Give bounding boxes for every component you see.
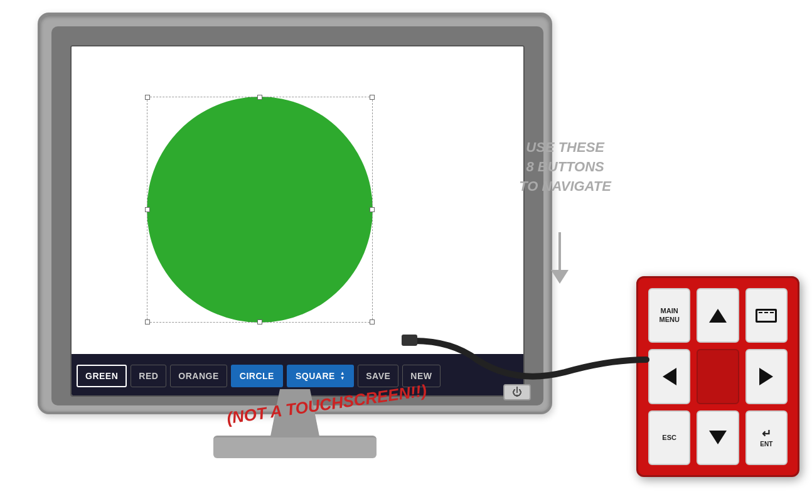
btn-up[interactable] bbox=[697, 288, 739, 343]
down-arrow-icon bbox=[709, 431, 727, 444]
instruction-arrow bbox=[551, 232, 569, 284]
btn-center bbox=[697, 349, 739, 404]
arrow-line bbox=[558, 232, 561, 270]
instruction-text: USE THESE 8 BUTTONS TO NAVIGATE bbox=[519, 138, 611, 196]
select-arrows-icon: ▲ ▼ bbox=[340, 371, 345, 381]
screen-canvas bbox=[72, 46, 523, 354]
btn-down[interactable] bbox=[697, 410, 739, 465]
screen-display-icon bbox=[756, 309, 777, 323]
handle-bl bbox=[145, 319, 150, 324]
handle-bc bbox=[257, 319, 262, 324]
handle-tl bbox=[145, 95, 150, 100]
btn-esc[interactable]: ESC bbox=[648, 410, 690, 465]
handle-br bbox=[370, 319, 375, 324]
handle-mr bbox=[370, 207, 375, 212]
handle-ml bbox=[145, 207, 150, 212]
btn-right[interactable] bbox=[745, 349, 788, 404]
arrow-head bbox=[551, 270, 569, 284]
cable bbox=[402, 322, 665, 397]
btn-square[interactable]: SQUARE ▲ ▼ bbox=[287, 365, 354, 387]
selection-box bbox=[147, 97, 373, 323]
right-arrow-icon bbox=[759, 368, 773, 385]
btn-green[interactable]: GREEN bbox=[77, 365, 127, 387]
btn-ent[interactable]: ↵ ENT bbox=[745, 410, 788, 465]
btn-red[interactable]: RED bbox=[131, 365, 166, 387]
svg-rect-0 bbox=[402, 335, 417, 346]
handle-tr bbox=[370, 95, 375, 100]
up-arrow-icon bbox=[709, 309, 727, 323]
btn-save[interactable]: SAVE bbox=[358, 365, 398, 387]
btn-screen-icon[interactable] bbox=[745, 288, 788, 343]
screen-dashes-icon bbox=[759, 312, 774, 313]
handle-tc bbox=[257, 95, 262, 100]
monitor-stand-base bbox=[213, 436, 377, 458]
btn-orange[interactable]: ORANGE bbox=[170, 365, 227, 387]
monitor: GREEN RED ORANGE CIRCLE SQUARE ▲ ▼ SAVE … bbox=[38, 13, 552, 490]
btn-circle[interactable]: CIRCLE bbox=[231, 365, 283, 387]
